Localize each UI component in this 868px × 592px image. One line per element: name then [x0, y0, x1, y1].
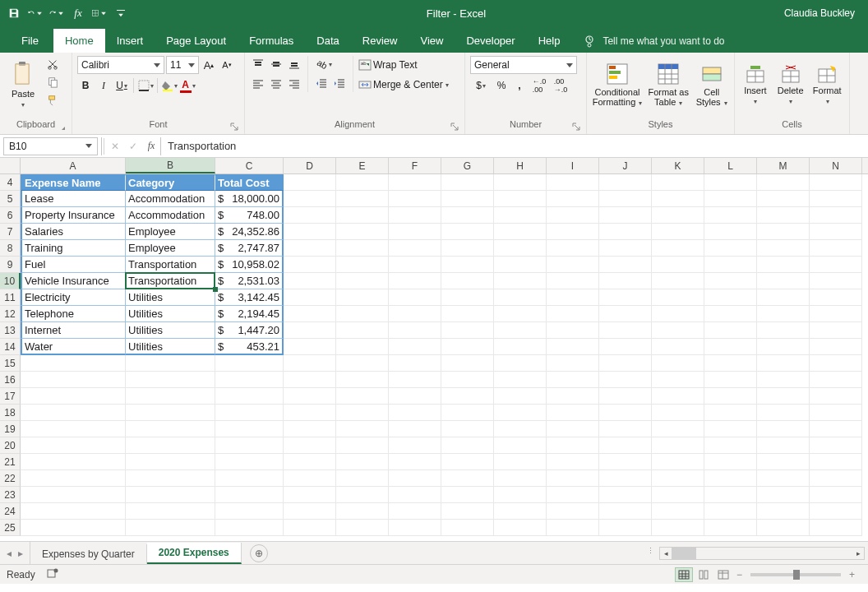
cell[interactable]: [599, 388, 652, 405]
cell[interactable]: [389, 339, 441, 355]
cell[interactable]: [547, 388, 599, 405]
row-header[interactable]: 19: [0, 421, 21, 437]
cell[interactable]: [810, 355, 862, 372]
cell[interactable]: [810, 240, 862, 257]
cell[interactable]: [494, 322, 547, 339]
cell[interactable]: [704, 240, 757, 257]
cell[interactable]: [494, 372, 547, 388]
cell[interactable]: [652, 520, 704, 536]
cell[interactable]: [215, 355, 284, 372]
cell[interactable]: [126, 405, 215, 421]
column-header[interactable]: H: [494, 158, 547, 173]
cell[interactable]: [441, 470, 494, 487]
cell[interactable]: [599, 503, 652, 520]
cell[interactable]: [126, 388, 215, 405]
cell[interactable]: [547, 339, 599, 355]
row-header[interactable]: 23: [0, 487, 21, 503]
column-header[interactable]: A: [21, 158, 126, 173]
cell[interactable]: Accommodation: [126, 207, 215, 224]
horizontal-scrollbar[interactable]: ⋮ ◂▸: [268, 547, 868, 560]
cell[interactable]: [284, 339, 336, 355]
cell[interactable]: [810, 470, 862, 487]
cell[interactable]: [757, 388, 810, 405]
format-painter-icon[interactable]: [44, 92, 61, 109]
cell[interactable]: [494, 224, 547, 240]
cell[interactable]: [494, 207, 547, 224]
cell[interactable]: [652, 273, 704, 289]
cell[interactable]: [599, 273, 652, 289]
cell[interactable]: [284, 257, 336, 273]
cell[interactable]: [704, 503, 757, 520]
cell[interactable]: [547, 240, 599, 257]
cell[interactable]: [284, 240, 336, 257]
cell[interactable]: [284, 273, 336, 289]
column-header[interactable]: N: [810, 158, 862, 173]
cell[interactable]: [547, 437, 599, 454]
format-as-table-button[interactable]: Format asTable ▾: [646, 56, 690, 115]
column-header[interactable]: D: [284, 158, 336, 173]
cell[interactable]: [215, 388, 284, 405]
cell[interactable]: [389, 437, 441, 454]
copy-icon[interactable]: [44, 74, 61, 90]
percent-format-icon[interactable]: %: [493, 77, 510, 94]
cell[interactable]: [547, 421, 599, 437]
cell[interactable]: [336, 257, 389, 273]
name-box[interactable]: B10: [3, 137, 98, 155]
tab-help[interactable]: Help: [527, 29, 572, 53]
cell[interactable]: Water: [21, 339, 126, 355]
column-headers[interactable]: ABCDEFGHIJKLMN: [21, 158, 868, 174]
cell[interactable]: [704, 289, 757, 306]
align-middle-icon[interactable]: [268, 56, 284, 72]
cell[interactable]: [547, 191, 599, 207]
cell[interactable]: [599, 322, 652, 339]
cell[interactable]: [810, 289, 862, 306]
cell[interactable]: [441, 207, 494, 224]
cell[interactable]: [389, 322, 441, 339]
cell[interactable]: [704, 487, 757, 503]
cell[interactable]: [547, 306, 599, 322]
cell[interactable]: [757, 191, 810, 207]
new-sheet-button[interactable]: ⊕: [250, 544, 268, 562]
cell[interactable]: [284, 520, 336, 536]
cell[interactable]: [126, 487, 215, 503]
cell[interactable]: [284, 191, 336, 207]
cell[interactable]: [441, 520, 494, 536]
cell[interactable]: [126, 454, 215, 470]
cell[interactable]: [284, 388, 336, 405]
cell[interactable]: $2,194.45: [215, 306, 284, 322]
cell[interactable]: [389, 355, 441, 372]
cell[interactable]: [652, 372, 704, 388]
sheet-tab[interactable]: Expenses by Quarter: [30, 544, 147, 564]
cell[interactable]: [21, 421, 126, 437]
cell[interactable]: [652, 437, 704, 454]
cell[interactable]: [494, 339, 547, 355]
cell[interactable]: [494, 421, 547, 437]
cell[interactable]: [652, 207, 704, 224]
cell[interactable]: [441, 372, 494, 388]
cell[interactable]: [704, 273, 757, 289]
cell[interactable]: [652, 174, 704, 191]
cell[interactable]: [599, 207, 652, 224]
cell[interactable]: [126, 520, 215, 536]
cell[interactable]: Accommodation: [126, 191, 215, 207]
cell[interactable]: [704, 421, 757, 437]
row-header[interactable]: 25: [0, 520, 21, 536]
cell[interactable]: [652, 224, 704, 240]
row-header[interactable]: 7: [0, 224, 21, 240]
cell[interactable]: [494, 520, 547, 536]
cell[interactable]: [652, 322, 704, 339]
cell[interactable]: [389, 306, 441, 322]
cell[interactable]: [21, 503, 126, 520]
cell[interactable]: [215, 520, 284, 536]
cell[interactable]: [441, 191, 494, 207]
cell[interactable]: [21, 454, 126, 470]
cell[interactable]: [284, 322, 336, 339]
cell[interactable]: [215, 421, 284, 437]
cell[interactable]: [547, 355, 599, 372]
tab-view[interactable]: View: [409, 29, 455, 53]
cell[interactable]: [441, 306, 494, 322]
tab-review[interactable]: Review: [351, 29, 409, 53]
page-break-view-icon[interactable]: [714, 567, 732, 582]
cell[interactable]: [441, 503, 494, 520]
cell[interactable]: $18,000.00: [215, 191, 284, 207]
